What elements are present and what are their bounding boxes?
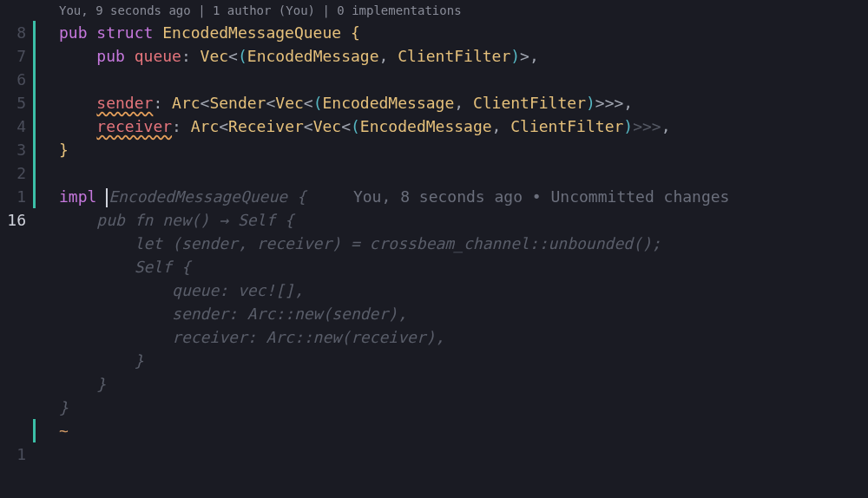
code-editor[interactable]: 8 7 6 5 4 3 2 1 16 1 You, 9 seconds ago … — [0, 0, 868, 498]
tilde-marker: ~ — [59, 419, 69, 442]
code-line[interactable]: sender: Arc<Sender<Vec<(EncodedMessage, … — [33, 91, 868, 115]
git-blame-hint: You, 8 seconds ago • Uncommitted changes — [306, 187, 730, 206]
diff-bar — [33, 21, 36, 44]
code-text: receiver: Arc<Receiver<Vec<(EncodedMessa… — [59, 115, 671, 138]
line-number: 8 — [0, 21, 26, 44]
line-number: 3 — [0, 138, 26, 161]
code-line[interactable]: impl EncodedMessageQueue { You, 8 second… — [33, 185, 868, 208]
line-number: 4 — [0, 115, 26, 138]
code-text: } — [59, 138, 69, 161]
diff-bar — [33, 185, 36, 208]
ghost-text: } — [59, 396, 69, 419]
line-number: 6 — [0, 68, 26, 91]
code-line[interactable]: } — [33, 138, 868, 161]
ghost-text: EncodedMessageQueue { — [108, 187, 306, 206]
code-line[interactable]: receiver: Arc::new(receiver), — [33, 325, 868, 349]
diff-bar — [33, 68, 36, 91]
line-number: 1 — [0, 185, 26, 208]
code-line[interactable]: sender: Arc::new(sender), — [33, 302, 868, 325]
diff-bar — [33, 115, 36, 138]
line-number — [0, 396, 26, 419]
line-number — [0, 255, 26, 278]
line-number — [0, 232, 26, 255]
line-number: 7 — [0, 44, 26, 68]
line-number — [0, 302, 26, 325]
code-line[interactable]: ~ — [33, 419, 868, 442]
line-number — [0, 278, 26, 302]
line-number: 16 — [0, 208, 26, 232]
diff-bar — [33, 138, 36, 161]
code-text: sender: Arc<Sender<Vec<(EncodedMessage, … — [59, 91, 633, 115]
code-text: impl EncodedMessageQueue { You, 8 second… — [59, 185, 729, 208]
ghost-text: queue: vec![], — [59, 278, 304, 302]
diff-bar — [33, 161, 36, 185]
code-line[interactable]: pub fn new() → Self { — [33, 208, 868, 232]
diff-bar — [33, 91, 36, 115]
line-number — [0, 419, 26, 442]
code-line[interactable] — [33, 68, 868, 91]
code-content[interactable]: You, 9 seconds ago | 1 author (You) | 0 … — [33, 0, 868, 498]
codelens[interactable]: You, 9 seconds ago | 1 author (You) | 0 … — [33, 0, 868, 21]
diff-bar — [33, 44, 36, 68]
code-line[interactable] — [33, 161, 868, 185]
code-line[interactable]: pub queue: Vec<(EncodedMessage, ClientFi… — [33, 44, 868, 68]
code-line[interactable]: queue: vec![], — [33, 278, 868, 302]
line-number: 2 — [0, 161, 26, 185]
code-text: pub struct EncodedMessageQueue { — [59, 21, 360, 44]
code-line[interactable]: receiver: Arc<Receiver<Vec<(EncodedMessa… — [33, 115, 868, 138]
diff-bar — [33, 419, 36, 442]
ghost-text: let (sender, receiver) = crossbeam_chann… — [59, 232, 661, 255]
code-line[interactable]: } — [33, 372, 868, 396]
ghost-text: sender: Arc::new(sender), — [59, 302, 407, 325]
line-number-gutter: 8 7 6 5 4 3 2 1 16 1 — [0, 0, 33, 498]
line-number — [0, 372, 26, 396]
code-line[interactable]: let (sender, receiver) = crossbeam_chann… — [33, 232, 868, 255]
ghost-text: pub fn new() → Self { — [59, 208, 294, 232]
line-number — [0, 325, 26, 349]
code-line[interactable]: } — [33, 396, 868, 419]
line-number: 1 — [0, 442, 26, 466]
code-line[interactable]: pub struct EncodedMessageQueue { — [33, 21, 868, 44]
line-number: 5 — [0, 91, 26, 115]
code-line[interactable]: } — [33, 349, 868, 372]
ghost-text: Self { — [59, 255, 191, 278]
code-text: pub queue: Vec<(EncodedMessage, ClientFi… — [59, 44, 539, 68]
line-number — [0, 349, 26, 372]
ghost-text: } — [59, 372, 106, 396]
code-line[interactable]: Self { — [33, 255, 868, 278]
ghost-text: receiver: Arc::new(receiver), — [59, 325, 444, 349]
ghost-text: } — [59, 349, 144, 372]
text-cursor — [106, 188, 108, 207]
